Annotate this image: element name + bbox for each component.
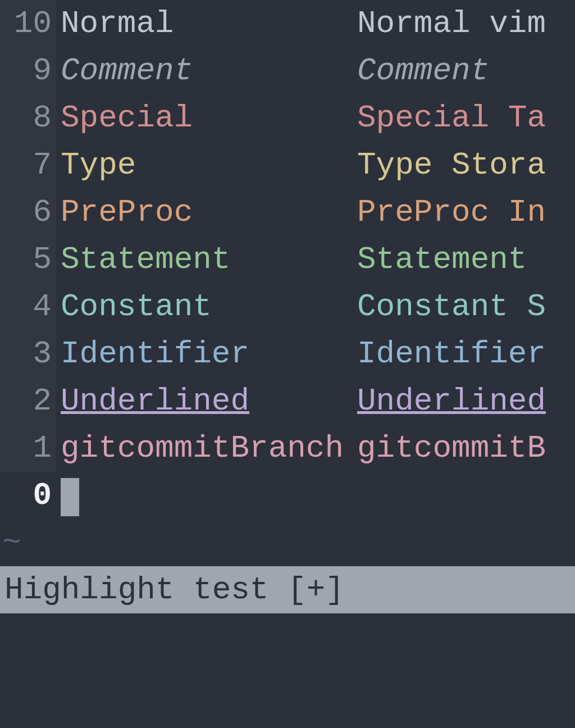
code-line[interactable]: 10NormalNormal vim: [0, 0, 575, 47]
code-line[interactable]: 6PreProcPreProc In: [0, 189, 575, 236]
line-number-cursor: 0: [0, 472, 56, 519]
line-content: SpecialSpecial Ta: [56, 94, 546, 142]
status-line: Highlight test [+]: [0, 566, 575, 613]
code-line[interactable]: 4ConstantConstant S: [0, 283, 575, 330]
code-line[interactable]: 5StatementStatement: [0, 236, 575, 283]
highlight-group-demo: gitcommitB: [357, 425, 546, 472]
line-number: 3: [0, 330, 56, 377]
line-content: [56, 475, 79, 516]
line-number: 4: [0, 283, 56, 330]
code-line[interactable]: 8SpecialSpecial Ta: [0, 94, 575, 142]
line-number: 2: [0, 377, 56, 425]
line-number: 1: [0, 425, 56, 472]
code-line[interactable]: 1gitcommitBranchgitcommitB: [0, 425, 575, 472]
highlight-group-demo: Special Ta: [357, 94, 546, 142]
empty-line-tilde: ~: [0, 519, 575, 566]
highlight-group-name: PreProc: [61, 189, 357, 236]
highlight-group-name: Special: [61, 94, 357, 142]
line-content: CommentComment: [56, 47, 489, 94]
line-content: gitcommitBranchgitcommitB: [56, 425, 546, 472]
highlight-group-name: Comment: [61, 47, 357, 94]
highlight-group-name: gitcommitBranch: [61, 425, 357, 472]
line-content: StatementStatement: [56, 236, 527, 283]
highlight-group-demo: Underlined: [357, 377, 546, 425]
highlight-group-name: Normal: [61, 0, 357, 47]
code-line[interactable]: 9CommentComment: [0, 47, 575, 94]
line-number: 9: [0, 47, 56, 94]
highlight-group-name: Type: [61, 142, 357, 189]
highlight-group-name: Underlined: [61, 377, 357, 425]
code-line[interactable]: 3IdentifierIdentifier: [0, 330, 575, 377]
line-content: UnderlinedUnderlined: [56, 377, 546, 425]
highlight-group-demo: Constant S: [357, 283, 546, 330]
line-content: ConstantConstant S: [56, 283, 546, 330]
highlight-group-name: Statement: [61, 236, 357, 283]
highlight-group-name: Identifier: [61, 330, 357, 377]
line-content: PreProcPreProc In: [56, 189, 546, 236]
line-number: 10: [0, 0, 56, 47]
highlight-group-demo: PreProc In: [357, 189, 546, 236]
line-content: NormalNormal vim: [56, 0, 546, 47]
editor-viewport[interactable]: 10NormalNormal vim9CommentComment8Specia…: [0, 0, 575, 728]
highlight-group-demo: Normal vim: [357, 0, 546, 47]
cursor-line[interactable]: 0: [0, 472, 575, 519]
line-number: 6: [0, 189, 56, 236]
line-number: 5: [0, 236, 56, 283]
status-filename: Highlight test [+]: [4, 566, 344, 613]
code-line[interactable]: 2UnderlinedUnderlined: [0, 377, 575, 425]
highlight-group-demo: Statement: [357, 236, 527, 283]
code-line[interactable]: 7TypeType Stora: [0, 142, 575, 189]
line-number: 7: [0, 142, 56, 189]
highlight-group-demo: Type Stora: [357, 142, 546, 189]
line-content: TypeType Stora: [56, 142, 546, 189]
highlight-group-name: Constant: [61, 283, 357, 330]
line-content: IdentifierIdentifier: [56, 330, 546, 377]
highlight-group-demo: Identifier: [357, 330, 546, 377]
line-number: 8: [0, 94, 56, 142]
highlight-group-demo: Comment: [357, 47, 489, 94]
cursor-block: [61, 478, 79, 516]
command-area[interactable]: [0, 613, 575, 670]
